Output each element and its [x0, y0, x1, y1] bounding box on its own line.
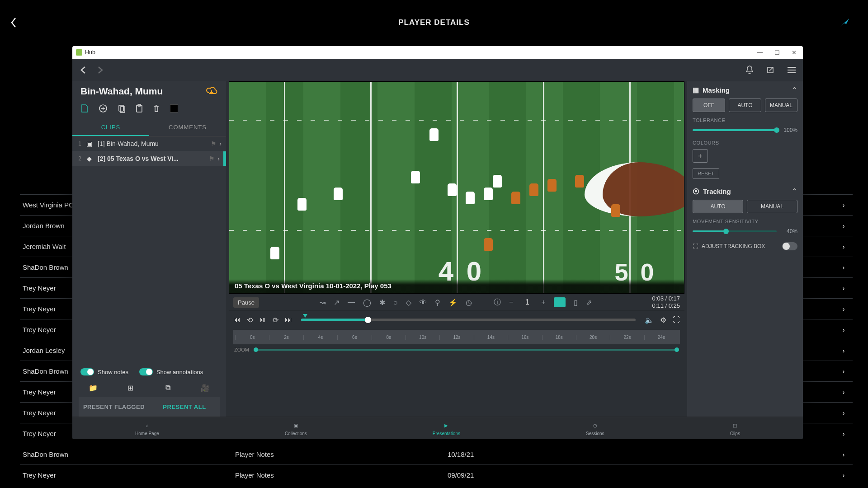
- folder-icon[interactable]: 📁: [82, 384, 104, 392]
- minimize-button[interactable]: —: [755, 48, 766, 57]
- tab-comments[interactable]: COMMENTS: [149, 119, 226, 136]
- tracking-title: Tracking: [703, 188, 731, 195]
- bottom-nav: ⌂Home Page ▣Collections ▶Presentations ◷…: [72, 417, 803, 439]
- seek-bar[interactable]: [301, 319, 636, 321]
- volume-icon[interactable]: 🔈: [645, 316, 654, 324]
- player-name: Bin-Wahad, Mumu: [80, 86, 163, 97]
- settings-icon[interactable]: ⚙: [660, 316, 666, 324]
- increment-button[interactable]: +: [541, 298, 545, 306]
- add-clip-icon[interactable]: [99, 104, 108, 113]
- menu-icon[interactable]: [787, 66, 797, 74]
- tool-player-icon[interactable]: ⚲: [435, 298, 440, 307]
- reset-button[interactable]: RESET: [693, 168, 719, 179]
- hub-icon: [76, 49, 82, 56]
- nav-back-icon[interactable]: [79, 66, 88, 75]
- color-swatch[interactable]: [554, 297, 566, 307]
- nav-home[interactable]: ⌂Home Page: [135, 420, 159, 436]
- present-all-button[interactable]: PRESENT ALL: [149, 397, 220, 417]
- video-panel: 4 05 0 05 Texas O vs West Virginia 10-01…: [226, 81, 687, 417]
- clip-item[interactable]: 1 ▣ [1] Bin-Wahad, Mumu ⚑ ›: [72, 136, 226, 151]
- timeline-ruler[interactable]: 0s2s4s6s8s10s12s14s16s18s20s22s24s: [233, 330, 680, 344]
- masking-off-button[interactable]: OFF: [693, 99, 725, 112]
- toggle-show-annotations[interactable]: Show annotations: [139, 368, 203, 375]
- color-picker-icon[interactable]: [170, 104, 178, 113]
- svg-rect-1: [119, 105, 123, 111]
- zoom-slider[interactable]: [254, 349, 679, 351]
- copy-icon[interactable]: [118, 104, 126, 113]
- tab-clips[interactable]: CLIPS: [72, 119, 149, 136]
- cloud-download-icon[interactable]: [205, 86, 218, 96]
- record-icon[interactable]: 🎥: [194, 384, 216, 392]
- adjust-box-label: ADJUST TRACKING BOX: [702, 243, 765, 249]
- right-panel: ▦Masking⌃ OFF AUTO MANUAL TOLERANCE 100%…: [687, 81, 803, 417]
- tool-shape-icon[interactable]: ◇: [406, 298, 411, 307]
- collapse-icon[interactable]: ⌃: [792, 187, 797, 195]
- collapse-icon[interactable]: ⌃: [792, 86, 797, 94]
- flag-icon[interactable]: ⚑: [209, 155, 215, 162]
- toggle-show-notes[interactable]: Show notes: [80, 368, 128, 375]
- table-row[interactable]: ShaDon BrownPlayer Notes10/18/21›: [20, 444, 853, 465]
- nav-collections[interactable]: ▣Collections: [285, 420, 307, 436]
- back-button[interactable]: [9, 16, 18, 29]
- tool-arrow-icon[interactable]: ↗: [334, 298, 340, 307]
- video-player[interactable]: 4 05 0 05 Texas O vs West Virginia 10-01…: [229, 81, 684, 294]
- tool-path-icon[interactable]: ↝: [320, 298, 326, 307]
- adjust-box-toggle[interactable]: [782, 242, 797, 250]
- tool-cursor-icon[interactable]: ⬀: [586, 298, 592, 307]
- nav-forward-icon[interactable]: [96, 66, 105, 75]
- tolerance-slider[interactable]: 100%: [693, 126, 797, 135]
- tool-stopwatch-icon[interactable]: ◷: [466, 298, 472, 307]
- tool-line-icon[interactable]: ―: [348, 298, 355, 306]
- bell-icon[interactable]: [745, 65, 754, 75]
- masking-title: Masking: [703, 86, 730, 94]
- tool-zoom-icon[interactable]: ⌕: [393, 298, 398, 306]
- paste-icon[interactable]: [136, 104, 143, 113]
- nav-clips[interactable]: ◳Clips: [730, 420, 740, 436]
- chevron-right-icon: ›: [219, 140, 222, 147]
- chevron-right-icon: ›: [217, 155, 220, 162]
- forward-icon[interactable]: ⟳: [273, 316, 278, 324]
- tolerance-label: TOLERANCE: [693, 117, 797, 123]
- rewind-icon[interactable]: ⟲: [247, 316, 253, 324]
- sensitivity-label: MOVEMENT SENSITIVITY: [693, 219, 797, 224]
- video-caption: 05 Texas O vs West Virginia 10-01-2022, …: [229, 279, 684, 293]
- tool-spark-icon[interactable]: ⚡: [448, 298, 458, 307]
- play-pause-icon[interactable]: ⏯: [259, 316, 266, 324]
- pause-label: Pause: [233, 297, 259, 308]
- tool-link-icon[interactable]: ✱: [379, 298, 385, 307]
- delete-icon[interactable]: [153, 104, 160, 113]
- masking-section: ▦Masking⌃ OFF AUTO MANUAL TOLERANCE 100%…: [693, 86, 797, 179]
- skip-forward-icon[interactable]: ⏭: [285, 316, 292, 324]
- tool-visibility-icon[interactable]: 👁: [420, 298, 427, 306]
- open-external-icon[interactable]: [766, 66, 775, 75]
- zoom-label: ZOOM: [234, 347, 249, 352]
- time-readout: 0:03 / 0:17 0:11 / 0:25: [652, 295, 680, 310]
- maximize-button[interactable]: ☐: [772, 48, 783, 57]
- skip-back-icon[interactable]: ⏮: [233, 316, 241, 324]
- table-row[interactable]: Trey NeyerPlayer Notes09/09/21›: [20, 465, 853, 485]
- page-title: PLAYER DETAILS: [398, 18, 470, 27]
- add-screen-icon[interactable]: ⧉: [157, 384, 179, 392]
- nav-sessions[interactable]: ◷Sessions: [586, 420, 604, 436]
- masking-auto-button[interactable]: AUTO: [729, 99, 761, 112]
- add-colour-button[interactable]: ＋: [693, 149, 708, 163]
- tracking-auto-button[interactable]: AUTO: [693, 200, 743, 213]
- share-icon[interactable]: [839, 18, 850, 28]
- present-flagged-button[interactable]: PRESENT FLAGGED: [79, 397, 149, 417]
- tool-erase-icon[interactable]: ▯: [574, 298, 578, 307]
- image-icon: ▣: [85, 140, 93, 147]
- tracking-manual-button[interactable]: MANUAL: [747, 200, 797, 213]
- new-note-icon[interactable]: [80, 104, 89, 113]
- nav-presentations[interactable]: ▶Presentations: [433, 420, 460, 436]
- decrement-button[interactable]: −: [509, 298, 513, 306]
- flag-icon[interactable]: ⚑: [211, 140, 217, 147]
- tracking-section: ⦿Tracking⌃ AUTO MANUAL MOVEMENT SENSITIV…: [693, 187, 797, 250]
- fullscreen-icon[interactable]: ⛶: [673, 316, 680, 324]
- tool-ellipse-icon[interactable]: ◯: [363, 298, 371, 307]
- masking-manual-button[interactable]: MANUAL: [765, 99, 797, 112]
- add-to-collection-icon[interactable]: ⊞: [120, 384, 142, 392]
- clip-item-selected[interactable]: 2 ◆ [2] 05 Texas O vs West Vi... ⚑ ›: [72, 151, 226, 166]
- close-button[interactable]: ✕: [789, 48, 799, 57]
- sensitivity-slider[interactable]: 40%: [693, 227, 797, 236]
- tool-info-icon[interactable]: ⓘ: [494, 298, 501, 307]
